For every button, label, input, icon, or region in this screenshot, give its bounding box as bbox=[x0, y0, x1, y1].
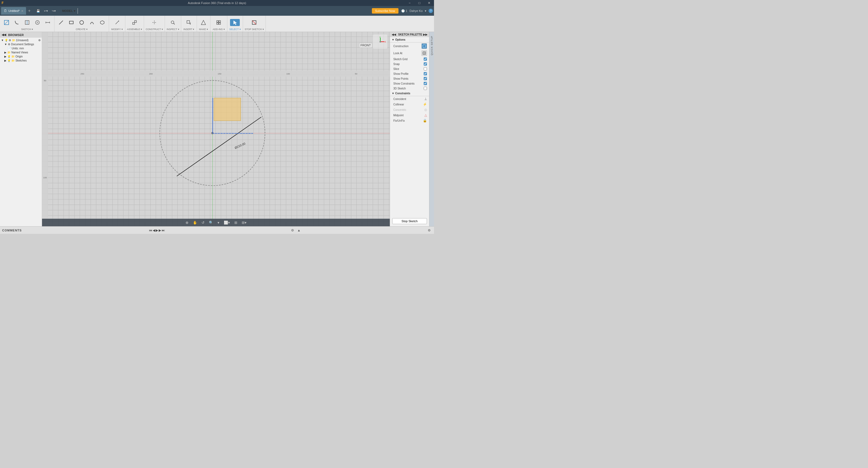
snap-label: Snap bbox=[393, 63, 400, 66]
canvas-area[interactable]: 50 100 250 200 150 100 50 bbox=[42, 32, 390, 226]
browser-item-label: Units: mm bbox=[12, 47, 24, 50]
palette-collapse-left[interactable]: ◀◀ bbox=[392, 33, 396, 36]
ribbon-rect-button[interactable] bbox=[66, 19, 76, 26]
close-button[interactable]: ✕ bbox=[424, 0, 434, 6]
ribbon-polygon-button[interactable] bbox=[97, 19, 107, 26]
show-constraints-checkbox[interactable] bbox=[424, 82, 427, 85]
step-back-button[interactable]: ◀ bbox=[153, 229, 155, 232]
model-menu[interactable]: MODEL ▾ bbox=[60, 8, 78, 14]
step-forward-button[interactable]: ▶ bbox=[159, 229, 161, 232]
make-section-label[interactable]: MAKE ▾ bbox=[199, 28, 208, 31]
grid-button[interactable]: ⊞ bbox=[233, 220, 239, 226]
construct-section-label[interactable]: CONSTRUCT ▾ bbox=[146, 28, 163, 31]
browser-item-named-views[interactable]: ▶ 📁 Named Views bbox=[0, 51, 42, 55]
insert-section-label[interactable]: INSERT ▾ bbox=[183, 28, 194, 31]
ribbon-sketch-button[interactable] bbox=[2, 19, 11, 26]
settings-icon[interactable]: ⚙ bbox=[38, 39, 41, 42]
inspect-section-label[interactable]: INSPECT ▾ bbox=[166, 28, 179, 31]
show-profile-label: Show Profile bbox=[393, 72, 408, 75]
browser-item-sketches[interactable]: ▶ 💡 📁 Sketches bbox=[0, 59, 42, 63]
ribbon-addins-button[interactable] bbox=[214, 19, 223, 26]
ribbon-project-button[interactable] bbox=[33, 19, 42, 26]
ribbon-select-button[interactable] bbox=[230, 19, 240, 26]
svg-rect-23 bbox=[217, 21, 218, 22]
show-profile-checkbox[interactable] bbox=[424, 72, 427, 75]
zoom-dropdown[interactable]: ▾ bbox=[216, 220, 221, 226]
browser-item-root[interactable]: ▼ 💡 ⚙ 📁 (Unsaved) ⚙ bbox=[0, 38, 42, 42]
arrow-icon: ▶ bbox=[4, 59, 6, 62]
ribbon-circle-button[interactable] bbox=[77, 19, 87, 26]
toolbar: 🗒 Untitled* ✕ + 💾 ↩▾ ↪▾ MODEL ▾ Subscrib… bbox=[0, 6, 434, 16]
lightbulb-icon: 💡 bbox=[5, 39, 8, 42]
stop-sketch-button[interactable]: Stop Sketch bbox=[392, 218, 427, 224]
ribbon-construct-button[interactable] bbox=[150, 19, 159, 26]
svg-rect-19 bbox=[187, 21, 190, 23]
ribbon-fillet-button[interactable] bbox=[12, 19, 22, 26]
section-arrow: ▼ bbox=[392, 38, 394, 41]
folder-icon-sketches: 📁 bbox=[11, 59, 14, 62]
subscribe-button[interactable]: Subscribe Now bbox=[372, 8, 399, 13]
orbit-button[interactable]: ↺ bbox=[200, 220, 206, 226]
toolbar-actions: 💾 ↩▾ ↪▾ bbox=[35, 8, 57, 13]
grid-dropdown[interactable]: ⊞▾ bbox=[240, 220, 248, 226]
ribbon-arc-button[interactable] bbox=[87, 19, 97, 26]
snap-checkbox[interactable] bbox=[424, 62, 427, 66]
viewport-gizmo[interactable]: X Z bbox=[373, 34, 388, 49]
3d-sketch-checkbox[interactable] bbox=[424, 87, 427, 90]
ribbon-stop-sketch-button[interactable] bbox=[249, 19, 259, 26]
skip-back-button[interactable]: ⏮ bbox=[149, 229, 152, 232]
help-button[interactable]: ? bbox=[429, 9, 433, 13]
create-section-label[interactable]: CREATE ▾ bbox=[76, 28, 87, 31]
construction-button[interactable] bbox=[422, 43, 427, 49]
ribbon-insert-button[interactable] bbox=[184, 19, 194, 26]
palette-row-snap: Snap bbox=[390, 62, 429, 66]
display-settings-button[interactable]: ⬜▾ bbox=[222, 220, 231, 226]
sketch-grid-checkbox[interactable] bbox=[424, 58, 427, 61]
browser-item-units[interactable]: 📄 Units: mm bbox=[0, 46, 42, 51]
skip-forward-button[interactable]: ⏭ bbox=[162, 229, 165, 232]
stop-sketch-section-label[interactable]: STOP SKETCH ▾ bbox=[245, 28, 264, 31]
ribbon-make-button[interactable] bbox=[198, 19, 208, 26]
assemble-section-label[interactable]: ASSEMBLE ▾ bbox=[127, 28, 142, 31]
window-controls[interactable]: − □ ✕ bbox=[405, 0, 434, 6]
select-section-label[interactable]: SELECT ▾ bbox=[229, 28, 241, 31]
pan-button[interactable]: ✋ bbox=[191, 220, 199, 226]
play-button[interactable]: ▶ bbox=[156, 229, 158, 232]
comments-settings-button[interactable]: ⚙ bbox=[290, 228, 295, 233]
playback-controls: ⏮ ◀ ▶ ▶ ⏭ bbox=[147, 229, 167, 232]
ribbon-dimension-button[interactable] bbox=[43, 19, 53, 26]
undo-button[interactable]: ↩▾ bbox=[42, 8, 50, 13]
ribbon-modify-button[interactable] bbox=[112, 19, 122, 26]
addins-section-label[interactable]: ADD-INS ▾ bbox=[213, 28, 225, 31]
ribbon-line-button[interactable] bbox=[56, 19, 66, 26]
redo-button[interactable]: ↪▾ bbox=[51, 8, 57, 13]
fit-view-button[interactable]: ⊕ bbox=[184, 220, 190, 226]
add-tab-button[interactable]: + bbox=[27, 8, 32, 13]
browser-item-origin[interactable]: ▶ 💡 📁 Origin bbox=[0, 55, 42, 59]
comments-expand-button[interactable]: ▲ bbox=[296, 228, 302, 233]
minimize-button[interactable]: − bbox=[405, 0, 414, 6]
show-points-checkbox[interactable] bbox=[424, 77, 427, 80]
canvas[interactable]: 50 100 250 200 150 100 50 bbox=[42, 32, 390, 226]
look-at-button[interactable] bbox=[422, 51, 427, 56]
clock-icon: 🕐 1 bbox=[401, 9, 407, 13]
user-dropdown-icon[interactable]: ▾ bbox=[425, 9, 426, 13]
browser-item-label: Origin bbox=[16, 55, 23, 58]
maximize-button[interactable]: □ bbox=[414, 0, 424, 6]
ribbon-trim-button[interactable] bbox=[22, 19, 32, 26]
modify-section-label[interactable]: MODIFY ▾ bbox=[111, 28, 123, 31]
slice-checkbox[interactable] bbox=[424, 67, 427, 70]
ribbon-inspect-button[interactable] bbox=[168, 19, 178, 26]
settings-bottom-button[interactable]: ⚙ bbox=[427, 228, 432, 233]
palette-expand-right[interactable]: ▶▶ bbox=[423, 33, 428, 36]
ruler-horizontal: 250 200 150 100 50 bbox=[48, 71, 390, 77]
tab-untitled[interactable]: 🗒 Untitled* ✕ bbox=[1, 7, 26, 14]
zoom-button[interactable]: 🔍 bbox=[207, 220, 215, 226]
browser-item-doc-settings[interactable]: ▼ ⚙ Document Settings bbox=[0, 42, 42, 46]
tab-icon: 🗒 bbox=[4, 9, 7, 13]
tab-close-button[interactable]: ✕ bbox=[21, 9, 23, 12]
ribbon-assemble-button[interactable] bbox=[130, 19, 140, 26]
palette-row-collinear: Collinear ⚡ bbox=[390, 102, 429, 107]
save-button[interactable]: 💾 bbox=[35, 8, 41, 13]
browser-collapse-icon[interactable]: ◀◀ bbox=[2, 33, 6, 37]
